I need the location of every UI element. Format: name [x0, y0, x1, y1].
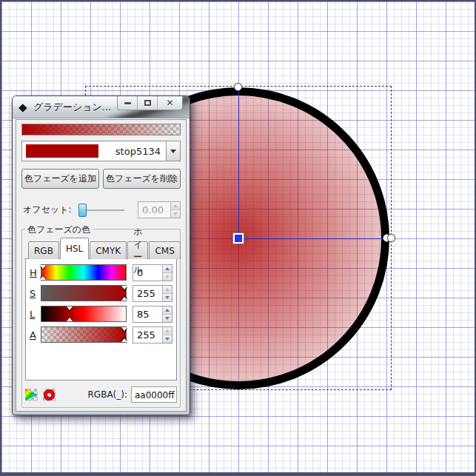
spin-up-button[interactable] — [163, 327, 172, 335]
channel-slider[interactable] — [41, 264, 127, 281]
channel-spinbox[interactable]: 255 — [133, 326, 172, 343]
slider-marker-bottom — [67, 318, 73, 321]
tab-cmyk[interactable]: CMYK — [90, 241, 127, 259]
channel-label: A — [30, 329, 41, 341]
dialog-titlebar[interactable]: ◆ グラデーション... ✕ — [13, 96, 190, 118]
slider-marker-top — [121, 286, 127, 289]
channel-row: H 0 — [30, 264, 172, 281]
slider-marker-top — [40, 265, 46, 269]
stop-select-dropdown[interactable]: stop5134 — [21, 141, 181, 161]
rgba-label: RGBA(_): — [88, 389, 127, 400]
channel-value: 255 — [133, 286, 162, 301]
channel-label: L — [30, 309, 41, 320]
offset-spin-arrows — [170, 202, 180, 218]
offset-slider-track — [80, 209, 124, 211]
slider-marker-top — [121, 327, 127, 331]
spin-up-button[interactable] — [163, 306, 172, 314]
offset-slider-thumb[interactable] — [78, 204, 87, 217]
color-mode-tabs: RGBHSLCMYKホイールCMS — [25, 237, 177, 259]
spin-down-button[interactable] — [163, 272, 172, 281]
channel-spinbox[interactable]: 85 — [133, 306, 172, 323]
channel-value: 255 — [133, 327, 162, 343]
offset-slider[interactable] — [78, 204, 124, 217]
offset-label: オフセット: — [23, 204, 71, 216]
offset-spin-down[interactable] — [171, 209, 180, 218]
spin-down-button[interactable] — [163, 293, 172, 301]
spin-down-button[interactable] — [163, 314, 172, 322]
gradient-center-handle[interactable] — [233, 233, 244, 244]
slider-marker-bottom — [121, 338, 127, 342]
rgba-input[interactable]: aa0000ff — [131, 386, 177, 403]
color-footer-row: RGBA(_): aa0000ff — [25, 385, 177, 404]
minimize-button[interactable] — [118, 96, 138, 110]
offset-spinbox: 0.00 — [138, 201, 181, 218]
groupbox-legend: 色フェーズの色 — [25, 224, 93, 236]
app-window: ◆ グラデーション... ✕ stop5134 色フェーズを追加 色 — [0, 0, 476, 476]
caption-buttons: ✕ — [117, 96, 183, 110]
slider-marker-bottom — [121, 297, 127, 301]
slider-marker-bottom — [40, 276, 46, 280]
close-icon: ✕ — [166, 98, 173, 107]
stop-color-groupbox: 色フェーズの色 RGBHSLCMYKホイールCMS H 0 S — [21, 229, 181, 408]
channel-row: A 255 — [30, 326, 172, 343]
offset-value: 0.00 — [138, 202, 170, 218]
dropdown-arrow-button[interactable] — [166, 141, 180, 161]
tab-rgb[interactable]: RGB — [28, 241, 59, 259]
channel-slider[interactable] — [41, 285, 127, 301]
dialog-title: グラデーション... — [33, 101, 111, 114]
tab-cms[interactable]: CMS — [149, 241, 180, 259]
hsl-tab-panel: H 0 S 255 — [25, 258, 177, 381]
spin-down-button[interactable] — [163, 335, 172, 343]
channel-row: S 255 — [30, 284, 172, 302]
stop-name-label: stop5134 — [98, 146, 166, 157]
channel-spinbox[interactable]: 255 — [133, 285, 172, 302]
gradient-radius-handle-top[interactable] — [234, 83, 242, 91]
channel-slider[interactable] — [41, 326, 127, 343]
rainbow-triangle-icon — [25, 389, 38, 401]
inkscape-logo-icon: ◆ — [19, 101, 27, 114]
stop-alpha-donut-icon — [43, 389, 56, 401]
channel-label: S — [30, 288, 41, 299]
stop-color-swatch — [26, 144, 98, 158]
gradient-preview-fill — [22, 124, 180, 135]
gradient-editor-dialog: ◆ グラデーション... ✕ stop5134 色フェーズを追加 色 — [12, 95, 190, 415]
channel-value: 85 — [133, 306, 162, 322]
add-stop-button[interactable]: 色フェーズを追加 — [21, 169, 99, 189]
dialog-content: stop5134 色フェーズを追加 色フェーズを削除 オフセット: 0.00 — [16, 119, 187, 412]
spin-up-button[interactable] — [163, 265, 172, 272]
channel-row: L 85 — [30, 305, 172, 323]
maximize-button[interactable] — [138, 96, 158, 110]
minimize-icon — [124, 102, 131, 104]
delete-stop-button[interactable]: 色フェーズを削除 — [103, 169, 181, 189]
tab-ホイール[interactable]: ホイール — [127, 241, 148, 259]
tab-hsl[interactable]: HSL — [60, 238, 89, 259]
close-button[interactable]: ✕ — [158, 96, 182, 110]
gradient-preview-strip[interactable] — [21, 124, 181, 135]
maximize-icon — [144, 100, 151, 106]
spin-up-button[interactable] — [163, 286, 172, 293]
gradient-radius-handle-right-b[interactable] — [387, 234, 395, 242]
channel-slider[interactable] — [41, 306, 127, 322]
chevron-down-icon — [170, 150, 176, 153]
slider-marker-top — [67, 306, 73, 310]
offset-spin-up[interactable] — [171, 202, 180, 209]
channel-label: H — [30, 267, 41, 278]
